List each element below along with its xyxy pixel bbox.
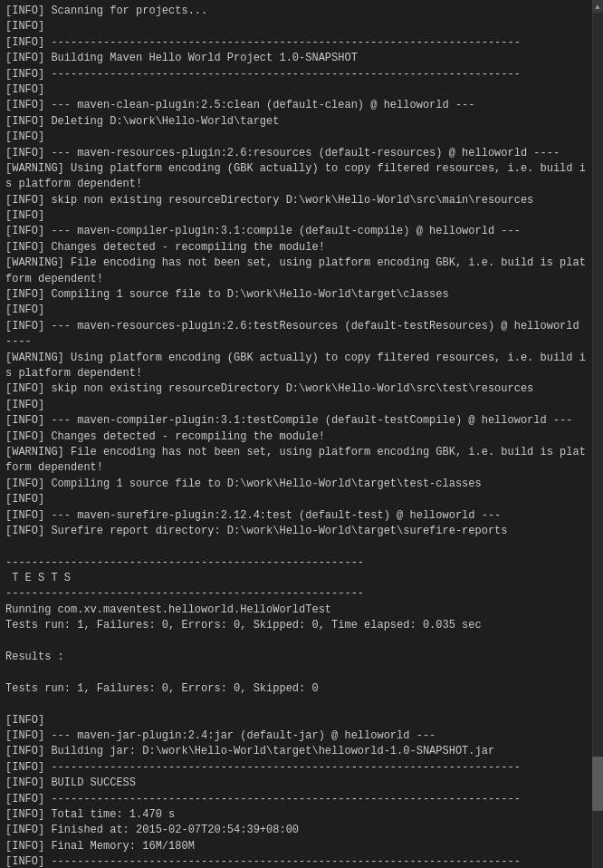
terminal-line: [INFO] Deleting D:\work\Hello-World\targ… [5, 115, 279, 128]
terminal-line: [INFO] Final Memory: 16M/180M [5, 840, 195, 853]
terminal-line: [INFO] [5, 714, 44, 727]
terminal-line: [WARNING] File encoding has not been set… [5, 256, 586, 285]
terminal-line: [INFO] Finished at: 2015-02-07T20:54:39+… [5, 824, 299, 836]
terminal-line: [WARNING] File encoding has not been set… [5, 446, 586, 474]
terminal-line: Tests run: 1, Failures: 0, Errors: 0, Sk… [5, 619, 482, 632]
terminal-line: T E S T S [5, 572, 71, 584]
terminal-line: [INFO] Building jar: D:\work\Hello-World… [5, 745, 494, 757]
terminal-line: [INFO] Compiling 1 source file to D:\wor… [5, 477, 482, 490]
terminal-line: [INFO] --- maven-compiler-plugin:3.1:tes… [5, 414, 573, 427]
terminal-line: [INFO] BUILD SUCCESS [5, 776, 136, 789]
terminal-line: [INFO] Building Maven Hello World Projec… [5, 52, 358, 64]
terminal-line: [INFO] Scanning for projects... [5, 5, 207, 17]
terminal-line: [INFO] --- maven-resources-plugin:2.6:re… [5, 147, 560, 159]
terminal-line: Tests run: 1, Failures: 0, Errors: 0, Sk… [5, 682, 319, 695]
terminal-line: [INFO] Surefire report directory: D:\wor… [5, 525, 508, 537]
terminal-line: [INFO] [5, 209, 44, 222]
scrollbar-arrow-up[interactable]: ▲ [592, 0, 603, 13]
terminal-line: ----------------------------------------… [5, 587, 364, 600]
terminal-line: [INFO] --- maven-jar-plugin:2.4:jar (def… [5, 729, 436, 742]
terminal-line: [INFO] Compiling 1 source file to D:\wor… [5, 288, 449, 301]
terminal-line: [INFO] [5, 399, 44, 411]
terminal-line: [INFO] skip non existing resourceDirecto… [5, 194, 533, 207]
terminal-line: [INFO] ---------------------------------… [5, 761, 521, 774]
terminal-line: ----------------------------------------… [5, 556, 364, 569]
terminal-line: [WARNING] Using platform encoding (GBK a… [5, 162, 586, 190]
terminal-line: [INFO] Changes detected - recompiling th… [5, 430, 325, 443]
terminal-line: [INFO] ---------------------------------… [5, 855, 521, 868]
terminal-line: [INFO] --- maven-resources-plugin:2.6:te… [5, 320, 586, 348]
terminal-line: [INFO] ---------------------------------… [5, 793, 521, 805]
terminal-line: [INFO] ---------------------------------… [5, 68, 521, 81]
terminal-line: [INFO] --- maven-surefire-plugin:2.12.4:… [5, 509, 501, 522]
scrollbar[interactable]: ▲ ▼ [592, 0, 603, 868]
terminal-line: [INFO] Changes detected - recompiling th… [5, 241, 325, 254]
terminal-line: [INFO] --- maven-compiler-plugin:3.1:com… [5, 225, 521, 237]
terminal-line: [INFO] Total time: 1.470 s [5, 808, 175, 821]
terminal-line: [INFO] [5, 83, 44, 96]
terminal-window: [INFO] Scanning for projects... [INFO] [… [0, 0, 603, 868]
terminal-line: [INFO] ---------------------------------… [5, 36, 521, 49]
scrollbar-thumb[interactable] [592, 757, 603, 811]
terminal-line: [INFO] [5, 493, 44, 506]
terminal-line: [INFO] skip non existing resourceDirecto… [5, 382, 533, 395]
terminal-line: Results : [5, 651, 64, 663]
terminal-line: [INFO] [5, 130, 44, 143]
terminal-line: [INFO] --- maven-clean-plugin:2.5:clean … [5, 99, 474, 111]
terminal-line: Running com.xv.maventest.helloworld.Hell… [5, 603, 331, 616]
terminal-output: [INFO] Scanning for projects... [INFO] [… [5, 4, 603, 868]
terminal-line: [WARNING] Using platform encoding (GBK a… [5, 352, 586, 380]
terminal-line: [INFO] [5, 20, 44, 33]
terminal-line: [INFO] [5, 304, 44, 316]
